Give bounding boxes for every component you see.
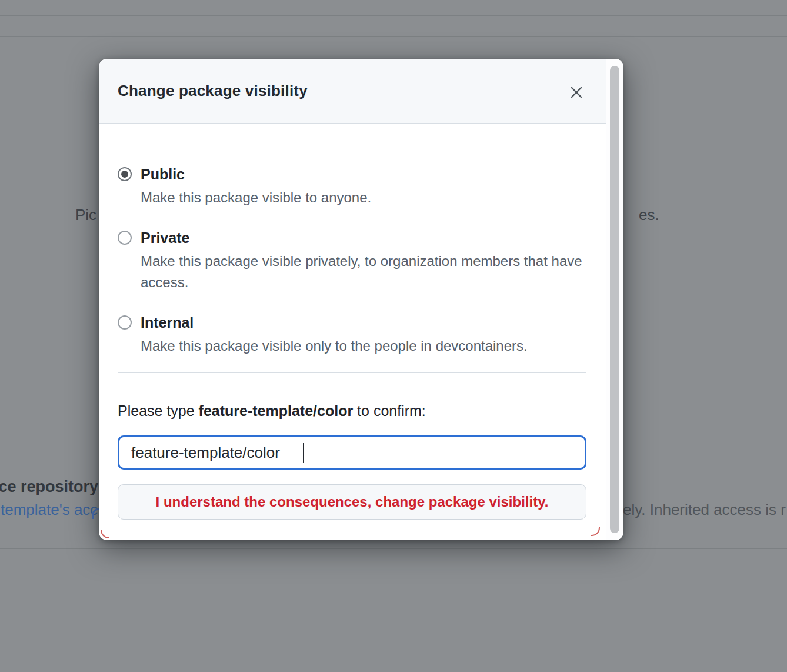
background-heading-source-repository: rce repository (0, 475, 98, 498)
radio-public-description: Make this package visible to anyone. (141, 187, 371, 208)
radio-private-description: Make this package visible privately, to … (141, 251, 585, 293)
background-link-partial: template's acc (1, 499, 98, 520)
radio-internal-label[interactable]: Internal (141, 312, 194, 333)
radio-public[interactable] (118, 167, 132, 181)
text-cursor (303, 443, 304, 463)
radio-internal-description: Make this package visible only to the pe… (141, 335, 528, 357)
dialog-divider (118, 372, 586, 373)
dialog-scrollbar-track[interactable] (606, 59, 623, 540)
confirm-prompt-prefix: Please type (118, 402, 199, 419)
background-divider (0, 548, 787, 549)
radio-internal[interactable] (118, 315, 132, 330)
background-partial-text: es. (639, 204, 659, 225)
dialog-header: Change package visibility (99, 59, 606, 124)
background-paragraph-partial: ely. Inherited access is r (623, 499, 786, 520)
dialog-title: Change package visibility (118, 82, 308, 100)
danger-box-edge (591, 527, 600, 536)
radio-public-label[interactable]: Public (141, 164, 185, 185)
background-divider (0, 36, 787, 37)
close-icon (569, 85, 584, 102)
confirm-prompt-suffix: to confirm: (353, 402, 426, 419)
background-partial-text: Pic (75, 204, 96, 225)
confirm-visibility-change-button[interactable]: I understand the consequences, change pa… (118, 484, 586, 520)
radio-private[interactable] (118, 231, 132, 245)
radio-private-label[interactable]: Private (141, 227, 189, 248)
close-button[interactable] (563, 80, 589, 106)
dialog-scrollbar-thumb[interactable] (610, 66, 619, 533)
confirm-package-input[interactable] (118, 435, 586, 470)
change-package-visibility-dialog: Change package visibility Public Make th… (99, 59, 623, 540)
danger-box-edge (101, 529, 110, 538)
confirm-package-name: feature-template/color (199, 402, 354, 419)
background-divider (0, 15, 787, 16)
confirm-prompt: Please type feature-template/color to co… (118, 400, 426, 422)
